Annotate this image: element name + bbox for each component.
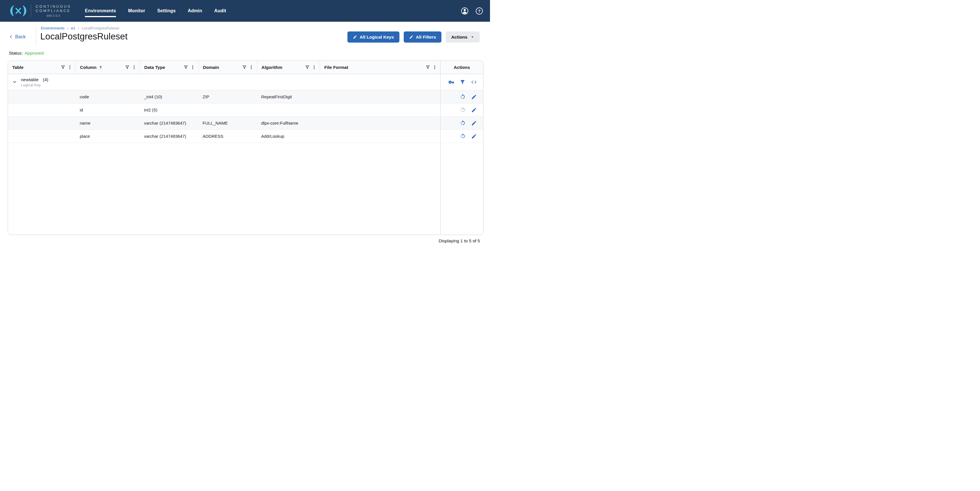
group-logical-key-label: Logical Key <box>21 83 48 87</box>
column-header-label: Data Type <box>144 65 165 70</box>
edit-button[interactable] <box>471 134 477 139</box>
edit-button[interactable] <box>471 94 477 100</box>
column-header-label: File Format <box>324 65 348 70</box>
table-filter-button[interactable] <box>460 79 465 85</box>
kebab-menu-icon[interactable] <box>132 65 137 70</box>
table-row: id int2 (5) <box>8 104 483 116</box>
brand-line2: COMPLIANCE <box>36 9 71 13</box>
row-actions-cell <box>440 116 483 129</box>
all-logical-keys-label: All Logical Keys <box>360 35 394 40</box>
logo-link[interactable]: CONTINUOUS COMPLIANCE 999.0.0.0 <box>10 4 71 18</box>
nav-item-monitor[interactable]: Monitor <box>128 8 145 13</box>
breadcrumb: Environments › e1 › LocalPostgresRuleset <box>41 26 128 30</box>
reset-button[interactable] <box>460 120 466 126</box>
kebab-menu-icon[interactable] <box>190 65 195 70</box>
caret-down-icon <box>471 35 474 39</box>
cell-column: place <box>75 130 140 143</box>
chevron-left-icon <box>9 34 13 39</box>
funnel-outline-icon[interactable] <box>242 65 247 70</box>
code-icon <box>471 79 477 85</box>
chevron-down-icon <box>12 80 17 84</box>
custom-sql-button[interactable] <box>471 79 477 85</box>
collapse-toggle[interactable] <box>11 79 18 85</box>
pencil-icon <box>353 35 357 39</box>
pagination-status: Displaying 1 to 5 of 5 <box>439 238 480 244</box>
table-row: place varchar (2147483647) ADDRESS AddrL… <box>8 130 483 143</box>
page-title: LocalPostgresRuleset <box>40 32 128 42</box>
table-header-row: Table Column Data Type Domain Algorithm <box>8 61 483 74</box>
all-filters-button[interactable]: All Filters <box>404 32 442 43</box>
all-logical-keys-button[interactable]: All Logical Keys <box>347 32 399 43</box>
cell-file-format <box>320 104 440 116</box>
column-header-domain: Domain <box>198 61 257 74</box>
nav-item-settings[interactable]: Settings <box>157 8 176 13</box>
help-icon: ? <box>476 7 483 15</box>
cell-data-type: int2 (5) <box>140 104 198 116</box>
brand-line1: CONTINUOUS <box>36 5 71 9</box>
edit-button[interactable] <box>471 107 477 113</box>
delphix-logo-icon <box>10 5 27 17</box>
row-actions-cell <box>440 104 483 116</box>
cell-algorithm: dlpx-core:FullName <box>257 116 320 129</box>
help-button[interactable]: ? <box>476 7 483 15</box>
reset-button[interactable] <box>460 94 466 100</box>
table-row: name varchar (2147483647) FULL_NAME dlpx… <box>8 116 483 130</box>
kebab-menu-icon[interactable] <box>67 65 72 70</box>
funnel-outline-icon[interactable] <box>125 65 130 70</box>
status-label: Status: <box>9 51 22 56</box>
column-header-actions: Actions <box>440 61 483 74</box>
reset-button-disabled <box>460 107 466 113</box>
cell-column: id <box>75 104 140 116</box>
reset-button[interactable] <box>460 133 466 139</box>
column-header-label: Algorithm <box>261 65 282 70</box>
reset-icon <box>460 94 466 100</box>
cell-algorithm <box>257 104 320 116</box>
brand-block: CONTINUOUS COMPLIANCE 999.0.0.0 <box>36 5 71 18</box>
kebab-menu-icon[interactable] <box>312 65 317 70</box>
pencil-icon <box>471 134 477 139</box>
all-filters-label: All Filters <box>416 35 436 40</box>
breadcrumb-separator-icon: › <box>67 26 68 30</box>
cell-column: code <box>75 90 140 103</box>
funnel-outline-icon[interactable] <box>183 65 188 70</box>
funnel-outline-icon[interactable] <box>60 65 65 70</box>
funnel-outline-icon[interactable] <box>305 65 310 70</box>
cell-algorithm: AddrLookup <box>257 130 320 143</box>
account-button[interactable] <box>461 7 469 15</box>
cell-file-format <box>320 116 440 129</box>
cell-domain: FULL_NAME <box>198 116 257 129</box>
group-actions-cell <box>440 74 483 90</box>
pencil-icon <box>471 107 477 113</box>
svg-text:?: ? <box>478 8 480 13</box>
column-header-label: Column <box>80 65 97 70</box>
actions-button[interactable]: Actions <box>446 32 480 43</box>
nav-item-admin[interactable]: Admin <box>188 8 202 13</box>
edit-button[interactable] <box>471 120 477 126</box>
column-header-algorithm: Algorithm <box>257 61 320 74</box>
breadcrumb-environments[interactable]: Environments <box>41 26 65 30</box>
row-actions-cell <box>440 90 483 103</box>
column-header-data-type: Data Type <box>140 61 198 74</box>
column-header-label: Actions <box>454 65 470 70</box>
logical-key-button[interactable] <box>448 79 454 85</box>
cell-file-format <box>320 130 440 143</box>
funnel-outline-icon[interactable] <box>425 65 430 70</box>
kebab-menu-icon[interactable] <box>249 65 254 70</box>
cell-data-type: _int4 (10) <box>140 90 198 103</box>
table-row: code _int4 (10) ZIP RepeatFirstDigit <box>8 90 483 104</box>
nav-item-audit[interactable]: Audit <box>214 8 226 13</box>
primary-nav: Environments Monitor Settings Admin Audi… <box>85 8 226 13</box>
pencil-icon <box>409 35 414 39</box>
navbar-icons: ? <box>461 7 490 15</box>
arrow-up-icon <box>99 65 103 69</box>
breadcrumb-e1[interactable]: e1 <box>71 26 75 30</box>
group-column-count: (4) <box>43 77 48 82</box>
kebab-menu-icon[interactable] <box>432 65 437 70</box>
back-button[interactable]: Back <box>9 34 26 40</box>
pencil-icon <box>471 120 477 126</box>
nav-item-environments[interactable]: Environments <box>85 8 116 13</box>
account-icon <box>461 7 469 15</box>
ruleset-table: Table Column Data Type Domain Algorithm <box>8 61 484 235</box>
cell-algorithm: RepeatFirstDigit <box>257 90 320 103</box>
actions-label: Actions <box>451 35 468 40</box>
